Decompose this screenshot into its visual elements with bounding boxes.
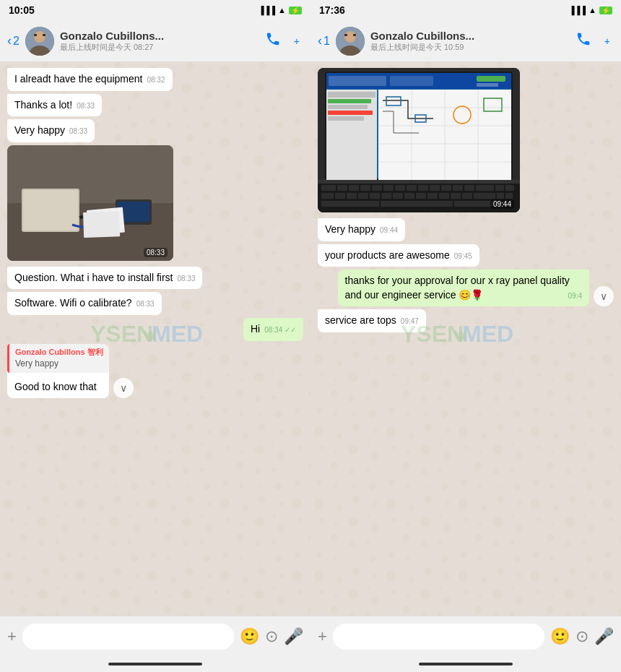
message-time: 09:4 <box>568 291 582 301</box>
bubble-received: Thanks a lot! 08:33 <box>7 94 102 117</box>
bubble-received: I alreadt have the equipment 08:32 <box>7 68 173 91</box>
message-text: Hi <box>251 323 260 335</box>
chevron-left-icon-right: ‹ <box>318 33 322 48</box>
message-row: your products are awesome 09:45 <box>318 244 614 267</box>
svg-rect-13 <box>83 211 120 238</box>
video-call-button-right[interactable]: + <box>601 35 614 47</box>
svg-rect-62 <box>464 185 474 191</box>
expand-button[interactable]: ∨ <box>113 378 134 398</box>
svg-rect-49 <box>318 180 520 184</box>
avatar-img-left <box>25 27 54 56</box>
svg-point-3 <box>35 33 44 41</box>
message-row: Question. What i have to install first 0… <box>7 267 303 290</box>
message-time: 08:33 <box>69 126 87 137</box>
message-row: Hi 08:34 ✓✓ <box>7 318 303 341</box>
message-row: service are tops 09:47 <box>318 309 614 332</box>
svg-rect-61 <box>453 185 463 191</box>
chat-area-left: I alreadt have the equipment 08:32 Thank… <box>0 62 310 616</box>
svg-rect-28 <box>477 76 505 82</box>
back-button-left[interactable]: ‹ 2 <box>7 33 19 48</box>
avatar-left <box>25 27 54 56</box>
mic-icon-right[interactable]: 🎤 <box>594 627 614 646</box>
svg-rect-5 <box>43 34 45 36</box>
battery-icon-right: ⚡ <box>599 7 612 14</box>
sticker-icon[interactable]: 🙂 <box>240 627 259 646</box>
svg-rect-52 <box>349 185 359 191</box>
input-bar-left: + 🙂 ⊙ 🎤 <box>0 616 310 656</box>
bubble-received: Software. Wifi o calibrate? 08:33 <box>7 292 162 315</box>
message-row: Very happy 09:44 <box>318 218 614 241</box>
svg-rect-60 <box>441 185 451 191</box>
sticker-icon-right[interactable]: 🙂 <box>550 627 570 646</box>
laptop-image: 09:44 ↗ <box>318 68 520 212</box>
message-row: Very happy 08:33 <box>7 119 303 142</box>
svg-rect-59 <box>430 185 440 191</box>
right-panel: 17:36 ▐▐▐ ▲ ⚡ ‹ 1 Gon <box>310 0 621 672</box>
home-indicator-right <box>310 656 621 672</box>
status-bar-right: 17:36 ▐▐▐ ▲ ⚡ <box>310 0 621 20</box>
svg-rect-9 <box>23 190 78 231</box>
chevron-left-icon: ‹ <box>7 33 12 48</box>
status-icons-right: ▐▐▐ ▲ ⚡ <box>569 6 612 14</box>
image-placeholder: 08:33 <box>7 145 173 261</box>
laptop-image-placeholder: 09:44 <box>318 68 520 212</box>
message-time: 09:47 <box>401 316 419 327</box>
message-text: thanks for your approval for our x ray p… <box>345 275 570 301</box>
svg-rect-72 <box>393 193 403 199</box>
svg-rect-50 <box>321 185 336 191</box>
message-time: 08:32 <box>147 75 165 85</box>
plus-icon-right[interactable]: + <box>318 627 327 646</box>
message-text: Software. Wifi o calibrate? <box>14 297 132 309</box>
svg-rect-35 <box>328 116 364 121</box>
wifi-icon-right: ▲ <box>589 6 596 14</box>
image-timestamp: 08:33 <box>144 248 168 257</box>
camera-icon[interactable]: ⊙ <box>265 627 278 646</box>
message-row-image-laptop: 09:44 ↗ <box>318 68 614 212</box>
svg-rect-57 <box>407 185 417 191</box>
svg-rect-80 <box>497 193 504 199</box>
message-input-right[interactable] <box>333 624 544 650</box>
mic-icon[interactable]: 🎤 <box>284 627 303 646</box>
left-panel: 10:05 ▐▐▐ ▲ ⚡ ‹ 2 Gon <box>0 0 310 672</box>
bubble-quoted: Gonzalo Cubillons 智利 Very happy Good to … <box>7 344 109 399</box>
call-button-right[interactable] <box>572 31 595 51</box>
svg-rect-53 <box>360 185 370 191</box>
svg-rect-58 <box>418 185 428 191</box>
quoted-message: Gonzalo Cubillons 智利 Very happy <box>7 344 109 373</box>
message-time: 09:44 <box>380 225 398 236</box>
camera-icon-right[interactable]: ⊙ <box>576 627 589 646</box>
battery-icon: ⚡ <box>289 7 302 14</box>
back-button-right[interactable]: ‹ 1 <box>318 33 330 48</box>
svg-rect-51 <box>337 185 347 191</box>
message-text: your products are awesome <box>325 249 450 261</box>
message-row-quoted: Gonzalo Cubillons 智利 Very happy Good to … <box>7 344 303 399</box>
svg-rect-27 <box>390 76 433 86</box>
svg-rect-82 <box>321 201 379 207</box>
status-bar-left: 10:05 ▐▐▐ ▲ ⚡ <box>0 0 310 20</box>
svg-rect-77 <box>451 193 461 199</box>
message-text: Thanks a lot! <box>14 99 72 111</box>
message-row: I alreadt have the equipment 08:32 <box>7 68 303 91</box>
contact-name-left: Gonzalo Cubillons... <box>60 30 175 42</box>
plus-icon[interactable]: + <box>7 627 17 646</box>
message-time: 09:45 <box>454 251 472 262</box>
avatar-right <box>336 27 365 56</box>
home-bar-left <box>108 663 202 665</box>
svg-rect-21 <box>353 34 356 36</box>
message-input-left[interactable] <box>22 624 234 650</box>
svg-rect-32 <box>328 99 371 103</box>
message-text: Good to know that <box>14 381 97 392</box>
expand-button-right[interactable]: ∨ <box>594 286 614 306</box>
video-call-button-left[interactable]: + <box>290 35 303 47</box>
avatar-img-right <box>336 27 365 56</box>
bubble-received: your products are awesome 09:45 <box>318 244 479 267</box>
svg-rect-83 <box>381 201 453 207</box>
image-timestamp-laptop: 09:44 <box>490 199 514 209</box>
svg-rect-68 <box>347 193 357 199</box>
signal-icon: ▐▐▐ <box>259 6 275 14</box>
message-row: Software. Wifi o calibrate? 08:33 <box>7 292 303 315</box>
chat-header-left: ‹ 2 Gonzalo Cubillons... 最后上线时间是今天 08:27 <box>0 20 310 62</box>
call-button-left[interactable] <box>261 31 285 51</box>
svg-rect-74 <box>416 193 426 199</box>
equipment-image: 08:33 ↗ <box>7 145 173 261</box>
